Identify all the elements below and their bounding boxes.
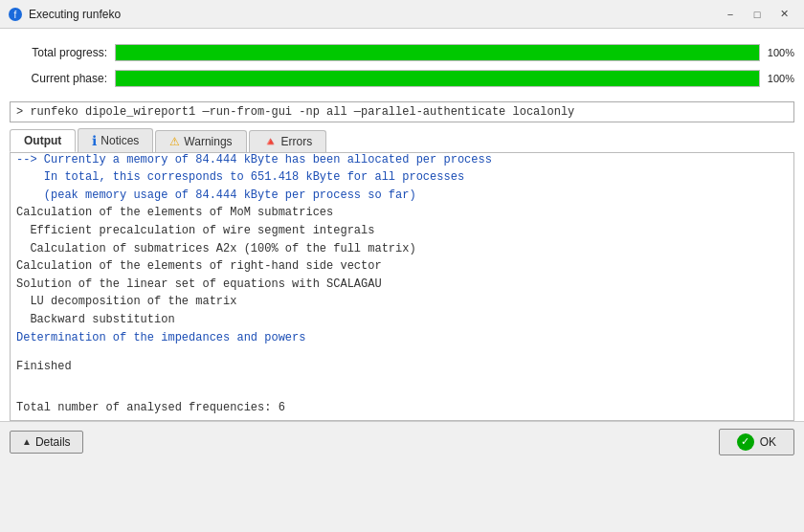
window-controls: − □ ✕ bbox=[718, 5, 796, 24]
close-button[interactable]: ✕ bbox=[771, 5, 796, 24]
maximize-button[interactable]: □ bbox=[745, 5, 770, 24]
warning-icon: ⚠ bbox=[169, 135, 180, 148]
current-progress-fill bbox=[116, 71, 759, 86]
svg-text:f: f bbox=[14, 10, 17, 20]
current-progress-pct: 100% bbox=[760, 73, 794, 84]
current-progress-row: Current phase: 100% bbox=[10, 68, 794, 89]
tab-errors-label: Errors bbox=[281, 135, 313, 148]
command-line: > runfeko dipole_wireport1 —run-from-gui… bbox=[10, 101, 794, 122]
output-line: (peak memory usage of 84.444 kByte per p… bbox=[16, 187, 788, 205]
tab-notices[interactable]: ℹ Notices bbox=[78, 128, 153, 152]
tabs-row: Output ℹ Notices ⚠ Warnings 🔺 Errors bbox=[10, 128, 794, 153]
info-icon: ℹ bbox=[92, 133, 97, 148]
current-progress-bar bbox=[115, 70, 760, 87]
app-icon: f bbox=[8, 7, 23, 22]
error-icon: 🔺 bbox=[263, 135, 278, 148]
tab-errors[interactable]: 🔺 Errors bbox=[249, 130, 327, 152]
tab-warnings[interactable]: ⚠ Warnings bbox=[155, 130, 246, 152]
progress-section: Total progress: 100% Current phase: 100% bbox=[10, 36, 794, 98]
total-progress-fill bbox=[116, 45, 759, 60]
total-progress-row: Total progress: 100% bbox=[10, 42, 794, 63]
tab-output-label: Output bbox=[24, 134, 61, 147]
tab-notices-label: Notices bbox=[100, 134, 139, 147]
details-button-label: Details bbox=[35, 435, 71, 449]
tab-output[interactable]: Output bbox=[10, 129, 76, 152]
output-line: Calculation of submatrices A2x (100% of … bbox=[16, 240, 788, 258]
output-line: Finished bbox=[16, 358, 788, 376]
output-area[interactable]: Parallel in-core solution (using block s… bbox=[10, 153, 794, 421]
ok-button[interactable]: ✓ OK bbox=[719, 429, 794, 455]
output-line: --> Currently a memory of 84.444 kByte h… bbox=[16, 153, 788, 168]
output-line: Total number of analysed frequencies: 6 bbox=[16, 399, 788, 417]
output-line bbox=[16, 346, 788, 358]
output-line bbox=[16, 376, 788, 388]
output-line: Solution of the linear set of equations … bbox=[16, 276, 788, 294]
total-progress-pct: 100% bbox=[760, 47, 794, 58]
details-button[interactable]: ▲ Details bbox=[10, 431, 83, 454]
details-triangle-icon: ▲ bbox=[22, 436, 32, 447]
bottom-bar: ▲ Details ✓ OK bbox=[0, 421, 804, 461]
window-body: Total progress: 100% Current phase: 100%… bbox=[0, 29, 804, 421]
output-line: Calculation of the elements of MoM subma… bbox=[16, 204, 788, 222]
minimize-button[interactable]: − bbox=[718, 5, 743, 24]
output-line: Determination of the impedances and powe… bbox=[16, 329, 788, 347]
current-progress-label: Current phase: bbox=[10, 72, 115, 85]
output-line: Calculation of the elements of right-han… bbox=[16, 257, 788, 276]
total-progress-label: Total progress: bbox=[10, 46, 115, 59]
output-line: Backward substitution bbox=[16, 311, 788, 329]
total-progress-bar bbox=[115, 44, 760, 61]
output-line: Efficient precalculation of wire segment… bbox=[16, 222, 788, 240]
tab-warnings-label: Warnings bbox=[184, 135, 232, 148]
output-line bbox=[16, 388, 788, 399]
titlebar: f Executing runfeko − □ ✕ bbox=[0, 0, 804, 29]
ok-button-label: OK bbox=[760, 435, 776, 449]
output-line: LU decomposition of the matrix bbox=[16, 293, 788, 311]
window-title: Executing runfeko bbox=[29, 8, 718, 21]
ok-check-icon: ✓ bbox=[737, 433, 754, 451]
output-line: In total, this corresponds to 651.418 kB… bbox=[16, 168, 788, 187]
command-text: > runfeko dipole_wireport1 —run-from-gui… bbox=[16, 105, 574, 119]
